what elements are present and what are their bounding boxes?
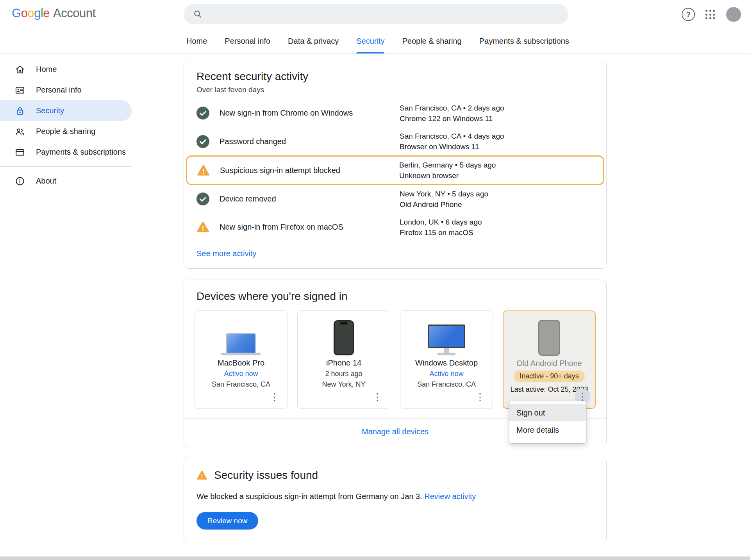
highlighted-activity-outline: Suspicious sign-in attempt blocked Berli… (186, 155, 604, 185)
tab-payments-subscriptions[interactable]: Payments & subscriptions (479, 29, 569, 53)
apps-grid-icon[interactable] (705, 10, 715, 19)
menu-item-more-details[interactable]: More details (509, 421, 586, 439)
activity-title: New sign-in from Firefox on macOS (220, 223, 343, 232)
people-icon (15, 127, 25, 137)
google-account-logo[interactable]: Google Account (12, 6, 96, 20)
sidebar-item-about[interactable]: About (0, 171, 132, 191)
sidebar-item-label: Home (36, 65, 57, 74)
credit-card-icon (15, 147, 25, 157)
tab-data-privacy[interactable]: Data & privacy (288, 29, 339, 53)
laptop-illustration (221, 318, 261, 355)
device-name: Windows Desktop (415, 358, 478, 367)
warning-triangle-icon (196, 221, 209, 234)
sidebar-item-label: Personal info (36, 86, 82, 95)
sidebar-item-people-sharing[interactable]: People & sharing (0, 121, 132, 142)
device-name: MacBook Pro (218, 358, 264, 367)
search-input[interactable] (209, 4, 568, 24)
device-more-icon[interactable]: ⋮ (472, 389, 488, 405)
device-context-menu: Sign out More details (509, 401, 586, 443)
activity-row-suspicious[interactable]: Suspicious sign-in attempt blocked Berli… (197, 157, 593, 184)
device-more-icon[interactable]: ⋮ (370, 389, 385, 405)
device-location: San Francisco, CA (417, 380, 476, 389)
phone-illustration (334, 318, 354, 355)
see-more-activity-link[interactable]: See more activity (184, 241, 269, 268)
devices-grid: MacBook Pro Active now San Francisco, CA… (184, 303, 606, 409)
monitor-illustration (428, 318, 465, 355)
review-activity-link[interactable]: Review activity (424, 492, 476, 501)
manage-all-devices-link[interactable]: Manage all devices (362, 427, 429, 436)
header-actions: ? (682, 0, 750, 29)
tab-home[interactable]: Home (186, 29, 207, 53)
search-icon (193, 9, 202, 19)
device-card-old-android-phone[interactable]: Old Android Phone Inactive - 90+ days La… (503, 310, 596, 409)
warning-triangle-icon (196, 470, 207, 481)
account-avatar[interactable] (726, 7, 741, 22)
activity-meta: London, UK • 6 days ago (400, 217, 594, 227)
sidebar-item-personal-info[interactable]: Personal info (0, 80, 132, 100)
device-card-macbook-pro[interactable]: MacBook Pro Active now San Francisco, CA… (195, 310, 288, 409)
device-location: New York, NY (322, 380, 365, 389)
device-status: 2 hours ago (325, 370, 362, 378)
issues-message: We blocked a suspicious sign-in attempt … (196, 492, 594, 501)
sidebar-item-label: About (36, 177, 56, 185)
activity-row[interactable]: New sign-in from Firefox on macOS London… (196, 213, 594, 241)
activity-meta: San Francisco, CA • 2 days ago (400, 103, 594, 113)
activity-detail: Browser on Windows 11 (400, 141, 594, 152)
sidebar-item-payments-subscriptions[interactable]: Payments & subscriptions (0, 142, 132, 162)
activity-meta: San Francisco, CA • 4 days ago (400, 131, 594, 141)
activity-detail: Unknown browser (399, 170, 593, 181)
tab-security[interactable]: Security (356, 29, 384, 53)
check-circle-icon (196, 193, 209, 205)
sidebar-item-home[interactable]: Home (0, 59, 132, 80)
devices-card: Devices where you're signed in MacBook P… (184, 280, 607, 447)
review-now-button[interactable]: Review now (196, 512, 258, 530)
activity-row[interactable]: Device removed New York, NY • 5 days ago… (196, 185, 594, 213)
product-name: Account (53, 6, 96, 20)
activity-card-title: Recent security activity (184, 70, 606, 83)
contact-card-icon (15, 85, 25, 95)
warning-triangle-icon (197, 164, 210, 177)
search-bar[interactable] (184, 4, 568, 24)
primary-nav-tabs: Home Personal info Data & privacy Securi… (0, 29, 750, 54)
device-card-iphone-14[interactable]: iPhone 14 2 hours ago New York, NY ⋮ (297, 310, 390, 409)
activity-row[interactable]: Password changed San Francisco, CA • 4 d… (196, 127, 594, 155)
sidebar-nav: Home Personal info Security (0, 54, 132, 191)
tab-personal-info[interactable]: Personal info (225, 29, 270, 53)
activity-detail: Old Android Phone (400, 199, 594, 210)
activity-card-subtitle: Over last feven days (184, 83, 606, 99)
activity-row[interactable]: New sign-in from Chrome on Windows San F… (196, 99, 594, 127)
activity-title: Password changed (220, 137, 286, 146)
activity-detail: Firefox 115 on macOS (400, 227, 594, 238)
device-status: Active now (429, 370, 463, 378)
security-issues-card: Security issues found We blocked a suspi… (184, 457, 607, 543)
home-icon (15, 64, 25, 75)
activity-meta: New York, NY • 5 days ago (400, 189, 594, 199)
inactive-badge: Inactive - 90+ days (514, 371, 585, 382)
device-name: iPhone 14 (326, 358, 361, 367)
sidebar-item-label: Payments & subscriptions (36, 148, 126, 157)
main-content: Recent security activity Over last feven… (184, 54, 607, 543)
sidebar-item-security[interactable]: Security (0, 100, 132, 121)
tab-people-sharing[interactable]: People & sharing (402, 29, 461, 53)
sidebar-item-label: Security (36, 106, 64, 115)
recent-security-activity-card: Recent security activity Over last feven… (184, 60, 607, 269)
device-more-icon[interactable]: ⋮ (267, 389, 282, 405)
check-circle-icon (196, 107, 209, 119)
info-icon (15, 176, 25, 186)
sidebar-divider (0, 166, 132, 167)
top-header: Google Account ? (0, 0, 750, 29)
page-bottom-edge (0, 556, 750, 560)
menu-item-sign-out[interactable]: Sign out (509, 404, 586, 421)
issues-title: Security issues found (214, 469, 318, 482)
gray-phone-illustration (538, 318, 560, 356)
check-circle-icon (196, 135, 209, 148)
activity-detail: Chrome 122 on Windows 11 (400, 113, 594, 124)
device-name: Old Android Phone (516, 359, 582, 368)
activity-meta: Berlin, Germany • 5 days ago (399, 160, 593, 170)
device-status: Active now (224, 370, 258, 378)
devices-card-title: Devices where you're signed in (184, 290, 606, 303)
device-card-windows-desktop[interactable]: Windows Desktop Active now San Francisco… (400, 310, 493, 409)
activity-title: New sign-in from Chrome on Windows (220, 109, 353, 118)
sidebar-item-label: People & sharing (36, 127, 95, 136)
help-icon[interactable]: ? (682, 8, 695, 21)
